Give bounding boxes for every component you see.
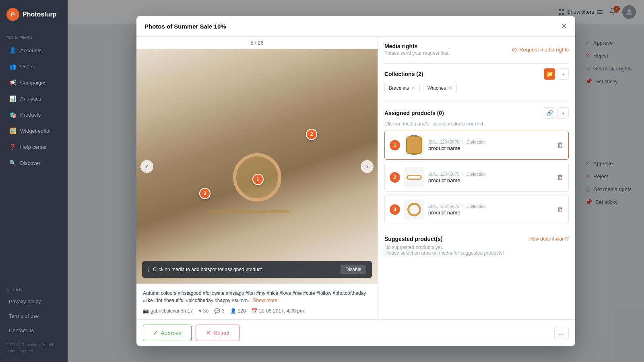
analytics-icon: 📊 [9, 95, 16, 102]
suggested-header: Suggested product(s) How does it work? [384, 236, 569, 242]
modal-body: 5 / 26 1 2 3 ‹ › [136, 37, 575, 319]
collections-header: Collections (2) 📁 + [384, 68, 569, 80]
sidebar-item-label: Help center [20, 144, 47, 150]
no-suggested-sub-text: Please select an area on media for sugge… [384, 250, 569, 256]
sidebar-item-contact[interactable]: Contact us [2, 323, 65, 337]
how-does-it-work-link[interactable]: How does it work? [529, 236, 569, 242]
sidebar: P Photoslurp MAIN MENU 👤 Accounts 👥 User… [0, 0, 68, 362]
modal-close-button[interactable]: ✕ [561, 22, 567, 31]
sidebar-item-analytics[interactable]: 📊 Analytics [2, 91, 65, 106]
media-image: 1 2 3 [136, 49, 378, 284]
product-num-3: 3 [390, 204, 400, 215]
product-delete-2[interactable]: 🗑 [557, 174, 564, 181]
app-logo[interactable]: P Photoslurp [0, 0, 68, 29]
collection-tag-watches: Watches ✕ [423, 83, 457, 93]
main-menu-label: MAIN MENU [0, 29, 68, 42]
media-panel: 5 / 26 1 2 3 ‹ › [136, 37, 378, 319]
info-icon: ℹ [148, 266, 150, 273]
reject-button[interactable]: ✕ Reject [196, 325, 239, 341]
suggested-products-section: Suggested product(s) How does it work? N… [384, 236, 569, 256]
campaigns-icon: 📢 [9, 79, 16, 86]
instagram-icon: 📷 [143, 308, 149, 314]
sidebar-item-accounts[interactable]: 👤 Accounts [2, 43, 65, 58]
no-suggested-text: No suggested products yet. [384, 245, 569, 250]
collection-add-button[interactable]: + [557, 68, 569, 80]
plus-icon-product: + [561, 110, 565, 116]
bracelet-visual [209, 210, 289, 213]
caption-area: Autumn colours #instagood #followme #ins… [136, 284, 378, 319]
disable-hotspot-button[interactable]: Disable [341, 265, 366, 274]
product-link-button[interactable]: 🔗 [544, 107, 555, 119]
collections-actions: 📁 + [544, 68, 569, 80]
product-row-2[interactable]: 2 SKU: 12345675 | Collection product nam… [384, 163, 569, 192]
assigned-title: Assigned products (0) [384, 110, 444, 116]
product-info-3: SKU: 12345672 | Collection product name [428, 204, 553, 216]
sidebar-item-products[interactable]: 🛍️ Products [2, 107, 65, 122]
product-num-2: 2 [390, 172, 400, 183]
request-media-rights-button[interactable]: ◎ Request media rights [512, 46, 569, 53]
meta-username: 📷 gabriel.alexandru17 [143, 308, 193, 314]
media-rights-title: Media rights [384, 43, 450, 49]
media-next-button[interactable]: › [361, 160, 374, 173]
collection-remove-bracelets[interactable]: ✕ [411, 85, 415, 91]
comment-icon: 💬 [214, 308, 220, 314]
modal-header: Photos of Summer Sale 10% ✕ [136, 16, 575, 37]
show-more-link[interactable]: Show more [253, 298, 278, 303]
sidebar-item-widget-editor[interactable]: 🖼️ Widget editor [2, 123, 65, 138]
product-thumb-3 [404, 200, 424, 220]
meta-likes: ♥ 30 [198, 308, 208, 314]
sidebar-item-discover[interactable]: 🔍 Discover [2, 155, 65, 171]
logo-icon: P [6, 8, 19, 21]
product-sku-1: SKU: 12345678 | Collection [428, 140, 553, 144]
hotspot-3[interactable]: 3 [199, 188, 211, 199]
product-row-1[interactable]: 1 SKU: 12345678 | Collection product nam… [384, 131, 569, 160]
watch-icon-1 [406, 136, 422, 154]
request-icon: ◎ [512, 46, 517, 53]
hotspot-1[interactable]: 1 [252, 174, 264, 185]
media-rights-subtitle: Please send your request first! [384, 50, 450, 56]
product-name-3: product name [428, 210, 553, 216]
product-row-3[interactable]: 3 SKU: 12345672 | Collection product nam… [384, 195, 569, 224]
sidebar-item-terms[interactable]: Terms of use [2, 309, 65, 323]
accounts-icon: 👤 [9, 47, 16, 54]
sidebar-item-campaigns[interactable]: 📢 Campaigns [2, 75, 65, 90]
sidebar-item-privacy[interactable]: Privacy policy [2, 294, 65, 309]
divider-2 [384, 101, 569, 101]
divider-3 [384, 229, 569, 229]
sidebar-item-label: Products [20, 112, 41, 118]
suggested-title: Suggested product(s) [384, 236, 443, 242]
media-tooltip: ℹ Click on media to add hotspot for assi… [142, 261, 372, 278]
collection-folder-button[interactable]: 📁 [544, 68, 555, 80]
media-modal: Photos of Summer Sale 10% ✕ 5 / 26 1 [136, 16, 575, 346]
sidebar-item-label: Privacy policy [9, 298, 41, 304]
caption-text: Autumn colours #instagood #followme #ins… [143, 290, 371, 304]
collection-label: Bracelets [389, 85, 409, 91]
product-info-2: SKU: 12345675 | Collection product name [428, 172, 553, 183]
ring-icon-3 [407, 203, 421, 216]
approve-button[interactable]: ✓ Approve [143, 325, 192, 341]
sidebar-item-label: Terms of use [9, 313, 39, 319]
product-name-2: product name [428, 177, 553, 183]
sidebar-item-users[interactable]: 👥 Users [2, 59, 65, 74]
collections-section: Collections (2) 📁 + Bracelets [384, 68, 569, 93]
sidebar-item-help-center[interactable]: ❓ Help center [2, 139, 65, 154]
help-center-icon: ❓ [9, 143, 16, 150]
tooltip-text: ℹ Click on media to add hotspot for assi… [148, 266, 263, 273]
sidebar-item-label: Discover [20, 160, 41, 166]
product-delete-3[interactable]: 🗑 [557, 206, 564, 213]
media-counter: 5 / 26 [136, 37, 378, 49]
collection-remove-watches[interactable]: ✕ [448, 85, 452, 91]
more-options-button[interactable]: ... [554, 326, 569, 340]
product-num-1: 1 [390, 140, 400, 150]
collections-title: Collections (2) [384, 71, 423, 77]
sidebar-item-label: Users [20, 64, 34, 70]
product-delete-1[interactable]: 🗑 [557, 142, 564, 149]
folder-icon: 📁 [546, 71, 553, 77]
person-icon: 👤 [230, 308, 236, 314]
media-image-wrap[interactable]: 1 2 3 ‹ › ℹ Click on media to add hotspo… [136, 49, 378, 284]
product-add-button[interactable]: + [557, 107, 569, 119]
meta-row: 📷 gabriel.alexandru17 ♥ 30 💬 3 👤 [143, 308, 371, 314]
media-prev-button[interactable]: ‹ [140, 160, 153, 173]
approve-check-icon-footer: ✓ [153, 329, 158, 337]
divider-1 [384, 63, 569, 64]
